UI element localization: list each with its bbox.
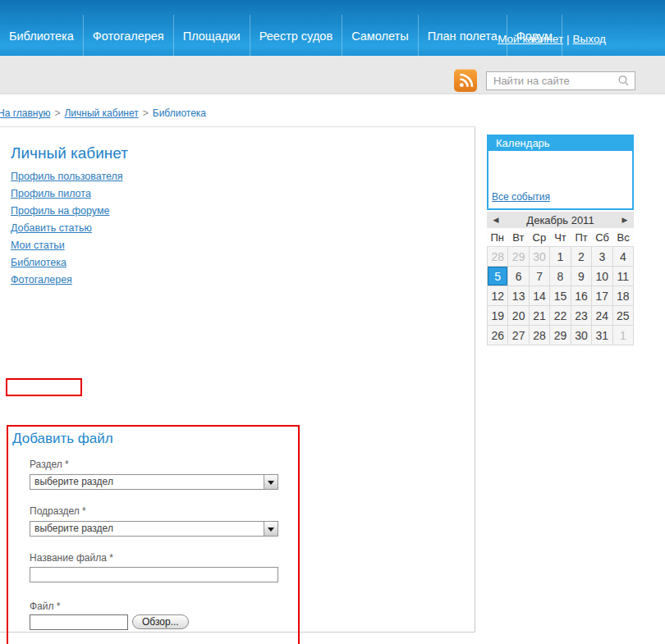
calendar-day[interactable]: 7: [530, 267, 550, 286]
day-header: Сб: [592, 231, 613, 244]
calendar-events-area: Все события: [488, 151, 632, 207]
calendar-day[interactable]: 12: [488, 286, 508, 306]
breadcrumb-home-link[interactable]: На главную: [0, 107, 50, 119]
section-label: Раздел *: [30, 459, 298, 470]
calendar-nav: ◀ Декабрь 2011 ▶: [487, 212, 634, 228]
user-profile-link[interactable]: Профиль пользователя: [11, 171, 123, 182]
day-header: Пт: [571, 231, 592, 244]
calendar-day[interactable]: 10: [592, 267, 612, 286]
nav-item-airplanes[interactable]: Самолеты: [342, 15, 419, 56]
section-select[interactable]: выберите раздел: [30, 474, 278, 490]
calendar-month-title: Декабрь 2011: [505, 214, 616, 226]
nav-item-library[interactable]: Библиотека: [0, 15, 84, 56]
day-header: Вт: [508, 231, 530, 244]
calendar-day[interactable]: 13: [508, 286, 529, 306]
day-header: Пн: [487, 231, 508, 244]
browse-button[interactable]: Обзор...: [132, 614, 189, 629]
account-links: Мой кабинет|Выход: [498, 33, 606, 45]
forum-profile-link[interactable]: Профиль на форуме: [11, 205, 109, 217]
all-events-link[interactable]: Все события: [492, 191, 550, 203]
file-path-input[interactable]: [30, 614, 128, 630]
calendar-day: 29: [508, 247, 529, 267]
nav-item-aircraft-registry[interactable]: Реестр судов: [250, 15, 342, 56]
calendar-day[interactable]: 6: [508, 267, 529, 286]
account-separator: |: [563, 33, 573, 45]
my-articles-link[interactable]: Мои статьи: [11, 240, 65, 251]
day-header: Ср: [529, 231, 550, 244]
calendar-day[interactable]: 20: [508, 306, 529, 326]
breadcrumb-separator: >: [50, 107, 64, 119]
breadcrumb-cabinet-link[interactable]: Личный кабинет: [64, 107, 138, 119]
file-label: Файл *: [30, 601, 298, 612]
library-link[interactable]: Библиотека: [11, 257, 66, 268]
calendar-day[interactable]: 31: [592, 326, 612, 345]
calendar-day[interactable]: 16: [571, 286, 592, 306]
calendar-day[interactable]: 4: [613, 247, 634, 267]
calendar-day[interactable]: 14: [530, 286, 550, 306]
search-input[interactable]: [486, 71, 635, 90]
calendar-prev-icon[interactable]: ◀: [487, 216, 505, 224]
breadcrumb-separator: >: [139, 107, 153, 119]
menu-item: Добавить статью: [11, 222, 123, 240]
menu-item: Профиль на форуме: [11, 205, 123, 222]
calendar-day[interactable]: 1: [550, 247, 571, 267]
pilot-profile-link[interactable]: Профиль пилота: [11, 188, 91, 199]
calendar-day[interactable]: 29: [550, 326, 571, 345]
calendar-day[interactable]: 21: [530, 306, 550, 326]
rss-icon[interactable]: [454, 69, 477, 92]
photogallery-link[interactable]: Фотогалерея: [11, 274, 72, 285]
filename-label: Название файла *: [30, 552, 298, 564]
calendar-day[interactable]: 8: [550, 267, 571, 286]
filename-input[interactable]: [30, 567, 278, 582]
calendar-day[interactable]: 3: [592, 247, 612, 267]
main-content: Личный кабинет Профиль пользователя Проф…: [0, 126, 475, 633]
calendar-header: Календарь: [488, 136, 632, 151]
menu-item: Профиль пользователя: [11, 171, 123, 188]
calendar-day: 30: [530, 247, 550, 267]
nav-item-photogallery[interactable]: Фотогалерея: [84, 15, 174, 56]
subsection-select[interactable]: выберите раздел: [30, 521, 278, 537]
calendar-day-selected[interactable]: 5: [488, 267, 508, 286]
calendar-day[interactable]: 28: [530, 326, 550, 345]
calendar-day[interactable]: 11: [613, 267, 634, 286]
calendar-day[interactable]: 25: [613, 306, 634, 326]
calendar-day[interactable]: 2: [571, 247, 592, 267]
menu-item: Фотогалерея: [11, 274, 123, 291]
my-cabinet-link[interactable]: Мой кабинет: [498, 33, 563, 45]
calendar-day[interactable]: 19: [488, 306, 508, 326]
form-title: Добавить файл: [12, 431, 298, 447]
add-article-link[interactable]: Добавить статью: [11, 222, 92, 234]
section-select-value: выберите раздел: [34, 476, 113, 487]
subsection-select-value: выберите раздел: [34, 523, 113, 534]
calendar-month-grid: ◀ Декабрь 2011 ▶ Пн Вт Ср Чт Пт Сб Вс 28…: [487, 212, 634, 345]
calendar-day[interactable]: 24: [592, 306, 612, 326]
menu-item: Библиотека: [11, 257, 123, 274]
dropdown-arrow-icon[interactable]: [264, 475, 277, 489]
day-header: Вс: [612, 231, 634, 244]
cabinet-menu: Профиль пользователя Профиль пилота Проф…: [11, 171, 123, 291]
calendar-day[interactable]: 23: [571, 306, 592, 326]
calendar-day[interactable]: 27: [508, 326, 529, 345]
day-header: Чт: [550, 231, 571, 244]
page: Библиотека Фотогалерея Площадки Реестр с…: [0, 0, 665, 644]
calendar-day[interactable]: 15: [550, 286, 571, 306]
calendar-day-headers: Пн Вт Ср Чт Пт Сб Вс: [487, 228, 634, 246]
calendar-day: 1: [613, 326, 634, 345]
calendar-next-icon[interactable]: ▶: [616, 216, 634, 224]
annotation-box-library: [6, 378, 82, 396]
calendar-day[interactable]: 26: [488, 326, 508, 345]
calendar-day[interactable]: 22: [550, 306, 571, 326]
logout-link[interactable]: Выход: [573, 33, 606, 45]
nav-item-flight-plan[interactable]: План полета: [419, 15, 507, 56]
calendar-day[interactable]: 17: [592, 286, 612, 306]
dropdown-arrow-icon[interactable]: [264, 522, 277, 536]
nav-item-sites[interactable]: Площадки: [174, 15, 250, 56]
subsection-label: Подраздел *: [30, 505, 298, 517]
calendar-day[interactable]: 18: [613, 286, 634, 306]
calendar-day[interactable]: 9: [571, 267, 592, 286]
menu-item: Мои статьи: [11, 240, 123, 257]
breadcrumb-current: Библиотека: [153, 107, 206, 119]
calendar-day[interactable]: 30: [571, 326, 592, 345]
calendar-widget: Календарь Все события: [487, 135, 634, 210]
magnifier-icon[interactable]: [617, 75, 630, 90]
